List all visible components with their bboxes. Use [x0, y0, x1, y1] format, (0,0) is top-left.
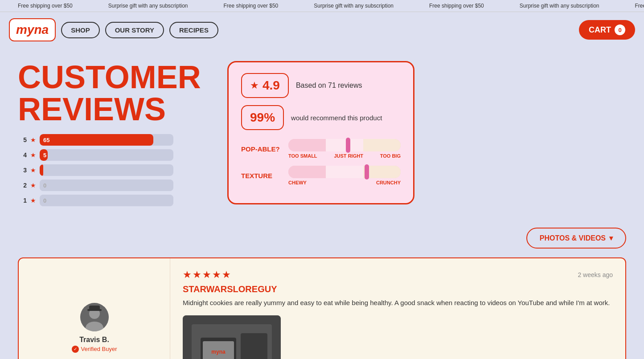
- photos-videos-row: PHOTOS & VIDEOS ▾: [18, 228, 626, 249]
- slider-section: POP-ABLE?: [241, 139, 401, 185]
- slider-texture-label-right: CRUNCHY: [376, 180, 401, 185]
- chevron-down-icon: ▾: [609, 234, 613, 242]
- bar-fill-5: 65: [40, 134, 153, 146]
- review-right-panel: ★★★★★ 2 weeks ago STARWARSLOREGUY Midnig…: [170, 258, 625, 359]
- svg-text:myna: myna: [211, 349, 226, 355]
- slider-popable-label-left: TOO SMALL: [288, 153, 317, 159]
- star-icon-3: ★: [30, 167, 36, 174]
- rating-star-icon: ★: [250, 80, 259, 91]
- reviewer-avatar: [80, 303, 109, 331]
- bar-fill-1: 0: [40, 195, 173, 206]
- slider-texture-thumb[interactable]: [365, 164, 369, 180]
- slider-popable-header: POP-ABLE?: [241, 139, 401, 159]
- star-icon-2: ★: [30, 182, 36, 189]
- slider-texture-label: TEXTURE: [241, 172, 281, 180]
- main-content: CUSTOMER REVIEWS 5 ★ 65 4 ★: [0, 48, 644, 359]
- review-date: 2 weeks ago: [578, 271, 613, 278]
- photos-videos-button[interactable]: PHOTOS & VIDEOS ▾: [526, 228, 626, 249]
- logo[interactable]: myna: [9, 18, 56, 41]
- slider-popable-segments: [288, 139, 401, 151]
- bar-fill-2: 0: [40, 180, 173, 191]
- nav-our-story[interactable]: OUR STORY: [105, 22, 164, 38]
- review-image-placeholder: myna: [183, 315, 281, 359]
- recommend-row: 99% would recommend this product: [241, 105, 401, 130]
- review-left-panel: Travis B. ✓ Verified Buyer: [19, 258, 170, 359]
- star-label-3: 3: [18, 167, 27, 174]
- review-text: Midnight cookies are really yummy and ea…: [183, 298, 613, 308]
- bar-fill-4: 5: [40, 149, 48, 161]
- svg-rect-4: [89, 306, 100, 311]
- bar-track-5[interactable]: 65: [40, 134, 173, 146]
- rating-number: 4.9: [263, 78, 280, 93]
- reviews-section: CUSTOMER REVIEWS 5 ★ 65 4 ★: [18, 61, 626, 210]
- slider-texture-header: TEXTURE: [241, 166, 401, 185]
- cart-count: 0: [615, 24, 625, 35]
- announcement-item-2: Surprise gift with any subscription: [108, 3, 188, 9]
- star-label-4: 4: [18, 151, 27, 159]
- reviews-right: ★ 4.9 Based on 71 reviews 99% would reco…: [227, 61, 626, 204]
- review-stars: ★★★★★: [183, 269, 232, 281]
- announcement-item-7: Free shipping over $5: [635, 3, 644, 9]
- bar-track-3[interactable]: [40, 164, 173, 176]
- announcement-bar: Free shipping over $50 Surprise gift wit…: [0, 0, 644, 12]
- slider-tex-seg-1: [288, 166, 326, 178]
- star-label-2: 2: [18, 182, 27, 189]
- announcement-item-6: Surprise gift with any subscription: [520, 3, 599, 9]
- rating-number-box: ★ 4.9: [241, 73, 289, 98]
- nav-shop[interactable]: SHOP: [61, 22, 100, 38]
- star-icon-1: ★: [30, 197, 36, 204]
- review-top-row: ★★★★★ 2 weeks ago: [183, 269, 613, 281]
- announcement-item-4: Surprise gift with any subscription: [314, 3, 394, 9]
- star-row-4: 4 ★ 5: [18, 149, 209, 161]
- slider-texture: TEXTURE: [241, 166, 401, 185]
- slider-popable-label-right: TOO BIG: [380, 153, 401, 159]
- review-image[interactable]: myna: [183, 315, 281, 359]
- announcement-item-5: Free shipping over $50: [429, 3, 484, 9]
- slider-popable: POP-ABLE?: [241, 139, 401, 159]
- slider-popable-label-mid: JUST RIGHT: [334, 153, 363, 159]
- slider-popable-track[interactable]: [288, 139, 401, 151]
- star-row-3: 3 ★: [18, 164, 209, 176]
- bar-track-4[interactable]: 5: [40, 149, 173, 161]
- svg-rect-8: [241, 333, 267, 359]
- slider-popable-track-container: TOO SMALL JUST RIGHT TOO BIG: [288, 139, 401, 159]
- star-icon-4: ★: [30, 151, 36, 159]
- review-photo: myna: [183, 315, 281, 359]
- check-icon: ✓: [72, 346, 79, 353]
- rating-based-on: Based on 71 reviews: [296, 82, 362, 90]
- reviews-title-line1: CUSTOMER: [18, 61, 209, 93]
- announcement-item-1: Free shipping over $50: [18, 3, 73, 9]
- reviews-title: CUSTOMER REVIEWS: [18, 61, 209, 125]
- cart-label: CART: [589, 25, 611, 35]
- review-card: Travis B. ✓ Verified Buyer ★★★★★ 2 weeks…: [18, 257, 626, 359]
- slider-texture-track[interactable]: [288, 166, 401, 178]
- slider-texture-labels: CHEWY CRUNCHY: [288, 180, 401, 185]
- nav-recipes[interactable]: RECIPES: [169, 22, 218, 38]
- slider-popable-labels: TOO SMALL JUST RIGHT TOO BIG: [288, 153, 401, 159]
- verified-label: Verified Buyer: [81, 346, 117, 352]
- slider-seg-2: [326, 139, 363, 151]
- bar-count-5: 65: [43, 137, 49, 143]
- slider-texture-track-container: CHEWY CRUNCHY: [288, 166, 401, 185]
- star-row-5: 5 ★ 65: [18, 134, 209, 146]
- review-username: STARWARSLOREGUY: [183, 284, 613, 294]
- bar-fill-3: [40, 164, 43, 176]
- slider-seg-3: [363, 139, 401, 151]
- bar-track-1[interactable]: 0: [40, 195, 173, 206]
- slider-tex-seg-2: [326, 166, 363, 178]
- announcement-item-3: Free shipping over $50: [224, 3, 279, 9]
- star-bars: 5 ★ 65 4 ★ 5: [18, 134, 209, 206]
- header: myna SHOP OUR STORY RECIPES CART 0: [0, 12, 644, 48]
- rating-card: ★ 4.9 Based on 71 reviews 99% would reco…: [227, 61, 414, 204]
- cart-button[interactable]: CART 0: [579, 20, 635, 40]
- star-icon-5: ★: [30, 136, 36, 143]
- slider-popable-thumb[interactable]: [346, 138, 350, 153]
- slider-texture-label-left: CHEWY: [288, 180, 307, 185]
- slider-popable-label: POP-ABLE?: [241, 145, 281, 153]
- reviews-title-line2: REVIEWS: [18, 93, 209, 125]
- reviewer-name: Travis B.: [79, 336, 109, 344]
- bar-count-1: 0: [43, 197, 46, 204]
- percent-value: 99%: [250, 110, 275, 124]
- bar-count-4: 5: [43, 152, 46, 159]
- bar-track-2[interactable]: 0: [40, 180, 173, 191]
